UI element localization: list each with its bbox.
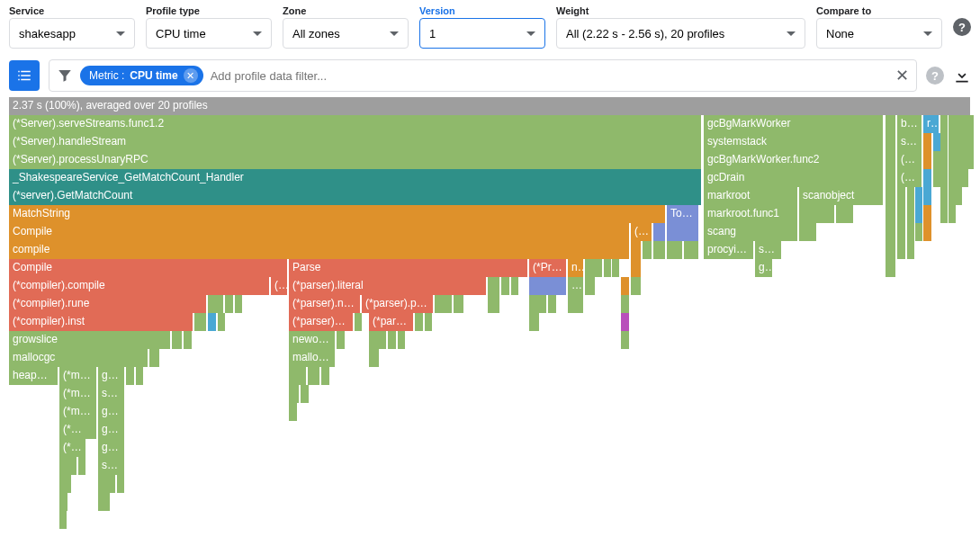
flame-cell[interactable]: (*Pr… — [529, 259, 567, 277]
flame-cell[interactable] — [59, 493, 68, 511]
flame-cell[interactable]: gc… — [98, 367, 125, 385]
flame-cell[interactable] — [886, 151, 896, 169]
flame-cell[interactable] — [585, 277, 596, 295]
flame-cell[interactable] — [149, 349, 160, 367]
flame-cell[interactable] — [289, 385, 300, 403]
flame-cell[interactable] — [915, 223, 923, 241]
flame-cell[interactable] — [369, 349, 380, 367]
flame-cell[interactable] — [967, 133, 975, 151]
flame-cell[interactable] — [886, 223, 896, 241]
flame-cell[interactable] — [398, 331, 406, 349]
flame-cell[interactable] — [529, 313, 540, 331]
flame-cell[interactable] — [940, 151, 949, 169]
flame-cell[interactable]: (*… — [59, 439, 86, 457]
flame-cell[interactable] — [289, 367, 307, 385]
flame-cell[interactable]: (*Server).processUnaryRPC — [9, 151, 702, 169]
list-view-button[interactable] — [9, 60, 40, 91]
flame-cell[interactable]: Parse — [289, 259, 528, 277]
clear-icon[interactable]: ✕ — [895, 66, 909, 85]
flame-cell[interactable] — [301, 385, 310, 403]
flame-cell[interactable] — [684, 241, 699, 259]
flame-cell[interactable] — [225, 295, 234, 313]
flame-cell[interactable]: _ShakespeareService_GetMatchCount_Handle… — [9, 169, 702, 187]
flame-cell[interactable] — [117, 475, 125, 493]
flame-cell[interactable] — [886, 259, 896, 277]
flame-cell[interactable] — [961, 169, 969, 187]
flame-cell[interactable] — [923, 151, 932, 169]
flame-cell[interactable]: malloc… — [289, 349, 336, 367]
flame-cell[interactable] — [799, 205, 835, 223]
flame-cell[interactable] — [369, 331, 387, 349]
flame-cell[interactable] — [568, 295, 584, 313]
flame-cell[interactable] — [631, 277, 642, 295]
flame-cell[interactable] — [501, 277, 510, 295]
compare-select[interactable]: None — [816, 18, 942, 49]
flame-cell[interactable] — [621, 313, 630, 331]
help-icon[interactable]: ? — [953, 18, 971, 36]
flame-cell[interactable] — [907, 223, 915, 241]
flame-cell[interactable]: (*m… — [59, 403, 97, 421]
flame-cell[interactable]: (*mc… — [59, 367, 97, 385]
flame-cell[interactable] — [136, 367, 144, 385]
flame-cell[interactable]: MatchString — [9, 205, 666, 223]
flame-cell[interactable] — [435, 295, 453, 313]
flame-cell[interactable] — [511, 277, 519, 295]
flame-cell[interactable]: sys… — [98, 385, 125, 403]
flame-cell[interactable] — [548, 295, 557, 313]
flame-cell[interactable] — [653, 223, 666, 241]
flame-cell[interactable] — [886, 169, 896, 187]
flame-cell[interactable] — [940, 205, 949, 223]
flame-cell[interactable]: gcBgMarkWorker.func2 — [704, 151, 884, 169]
flame-cell[interactable]: n… — [568, 259, 584, 277]
flame-cell[interactable]: bg… — [897, 115, 922, 133]
flame-cell[interactable]: (*parser)… — [289, 313, 354, 331]
flame-cell[interactable] — [667, 223, 699, 241]
flame-cell[interactable]: (*compiler).rune — [9, 295, 207, 313]
flame-cell[interactable] — [604, 259, 612, 277]
flame-cell[interactable] — [886, 133, 896, 151]
flame-cell[interactable]: (*Server).serveStreams.func1.2 — [9, 115, 702, 133]
flame-cell[interactable]: (*parser).pu… — [362, 295, 434, 313]
flame-cell[interactable] — [425, 313, 433, 331]
flame-cell[interactable]: growslice — [9, 331, 171, 349]
flame-cell[interactable]: systemstack — [704, 133, 884, 151]
flame-cell[interactable]: gc… — [98, 439, 125, 457]
flame-cell[interactable] — [208, 295, 224, 313]
zone-select[interactable]: All zones — [283, 18, 409, 49]
flame-cell[interactable]: 2.37 s (100%), averaged over 20 profiles — [9, 97, 971, 115]
download-icon[interactable] — [953, 67, 971, 85]
flame-cell[interactable] — [621, 295, 630, 313]
version-select[interactable]: 1 — [419, 18, 545, 49]
flame-cell[interactable] — [886, 115, 896, 133]
flame-cell[interactable] — [897, 241, 906, 259]
flame-cell[interactable] — [949, 205, 957, 223]
flame-cell[interactable] — [836, 205, 854, 223]
flame-cell[interactable] — [172, 331, 183, 349]
flame-cell[interactable]: heapB… — [9, 367, 58, 385]
help-icon[interactable]: ? — [926, 67, 944, 85]
flame-cell[interactable] — [78, 457, 86, 475]
flame-cell[interactable] — [415, 313, 424, 331]
flame-cell[interactable] — [621, 331, 630, 349]
flame-cell[interactable]: compile — [9, 241, 630, 259]
flame-cell[interactable]: (*m… — [59, 385, 97, 403]
flame-cell[interactable]: scanobject — [799, 187, 884, 205]
flame-cell[interactable] — [886, 205, 896, 223]
flame-cell[interactable]: gcDrain — [704, 169, 884, 187]
flame-cell[interactable]: (*… — [897, 151, 922, 169]
chip-close-icon[interactable]: ✕ — [184, 68, 198, 83]
flame-cell[interactable] — [612, 259, 620, 277]
flame-cell[interactable] — [529, 295, 547, 313]
flame-cell[interactable] — [585, 259, 603, 277]
flame-cell[interactable]: scang — [704, 223, 798, 241]
flame-cell[interactable] — [923, 187, 932, 205]
flame-cell[interactable] — [194, 313, 207, 331]
profile-type-select[interactable]: CPU time — [146, 18, 272, 49]
flame-cell[interactable] — [488, 295, 500, 313]
flame-cell[interactable] — [940, 115, 949, 133]
flame-cell[interactable]: (*co… — [271, 277, 288, 295]
flame-graph[interactable]: 2.37 s (100%), averaged over 20 profiles… — [0, 97, 980, 537]
flame-cell[interactable]: newobj… — [289, 331, 336, 349]
flame-cell[interactable]: sc… — [755, 241, 782, 259]
flame-cell[interactable] — [235, 295, 243, 313]
